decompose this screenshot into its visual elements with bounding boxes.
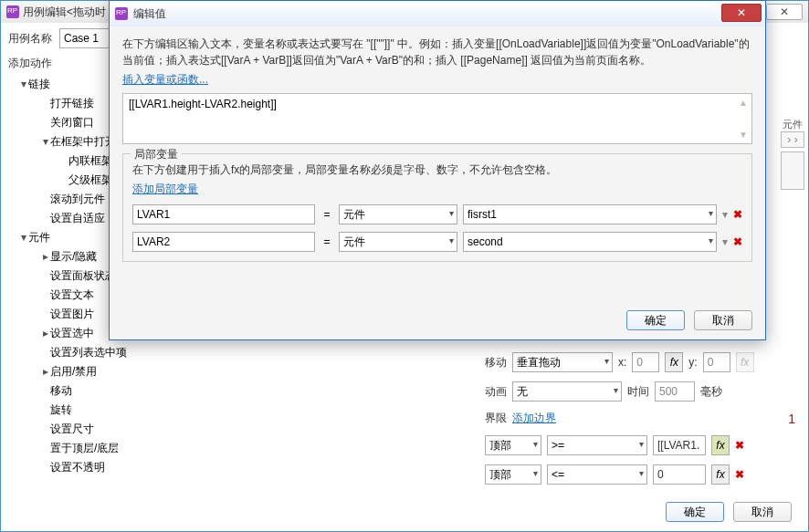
modal-ok-button[interactable]: 确定: [626, 310, 685, 330]
bound1-fx-button[interactable]: fx: [711, 435, 730, 455]
tree-item-label: 设置自适应: [50, 212, 105, 224]
ms-label: 毫秒: [700, 384, 722, 400]
tree-item-label: 设置列表选中项: [50, 346, 127, 359]
modal-title: 编辑值: [133, 6, 166, 22]
back-ok-button[interactable]: 确定: [666, 502, 724, 522]
local-var-row: = 元件 second ▾ ✖: [132, 232, 742, 252]
back-cancel-button[interactable]: 取消: [733, 502, 792, 522]
equals-sign: =: [320, 208, 333, 221]
tree-item-label: 设置面板状态: [50, 269, 116, 282]
back-window-close[interactable]: ✕: [766, 4, 803, 20]
local-vars-title: 局部变量: [131, 147, 182, 162]
tree-item[interactable]: 旋转: [8, 401, 196, 420]
time-input[interactable]: [655, 381, 695, 402]
tree-arrow-icon[interactable]: [41, 135, 50, 148]
x-fx-button[interactable]: fx: [665, 352, 683, 372]
var2-value-select[interactable]: second: [463, 232, 717, 252]
tree-arrow-icon[interactable]: [41, 327, 50, 339]
anim-label: 动画: [485, 384, 507, 400]
tree-item-label: 内联框架: [68, 154, 112, 167]
var2-type-select[interactable]: 元件: [339, 232, 457, 252]
equals-sign: =: [320, 235, 333, 248]
bound1-side-select[interactable]: 顶部: [485, 435, 541, 455]
tree-item[interactable]: 设置列表选中项: [8, 343, 196, 362]
tree-arrow-icon[interactable]: [19, 231, 28, 244]
move-type-select[interactable]: 垂直拖动: [512, 352, 613, 372]
modal-description: 在下方编辑区输入文本，变量名称或表达式要写在 "[[""]]" 中。例如：插入变…: [122, 36, 752, 68]
expression-textarea[interactable]: [[LVAR1.height-LVAR2.height]] ▲ ▼: [122, 93, 752, 144]
var1-type-select[interactable]: 元件: [339, 204, 457, 224]
y-fx-button[interactable]: fx: [736, 352, 754, 372]
var2-name-input[interactable]: [132, 232, 315, 252]
tree-item-label: 设置选中: [50, 327, 94, 339]
modal-cancel-button[interactable]: 取消: [694, 310, 752, 330]
tree-item-label: 启用/禁用: [50, 365, 97, 378]
tree-item-label: 旋转: [50, 403, 72, 416]
insert-var-link[interactable]: 插入变量或函数...: [122, 73, 208, 86]
tree-item-label: 移动: [50, 384, 72, 397]
tree-item-label: 链接: [28, 78, 50, 90]
modal-close-button[interactable]: ✕: [721, 4, 762, 22]
bound-label: 界限: [485, 411, 507, 426]
edit-value-dialog: 编辑值 ✕ 在下方编辑区输入文本，变量名称或表达式要写在 "[[""]]" 中。…: [109, 0, 766, 340]
tree-item-label: 设置不透明: [50, 461, 105, 474]
bound2-delete[interactable]: ✖: [735, 468, 744, 481]
y-label: y:: [688, 356, 697, 369]
local-vars-desc: 在下方创建用于插入fx的局部变量，局部变量名称必须是字母、数字，不允许包含空格。: [132, 162, 742, 178]
scroll-up-icon[interactable]: ▲: [739, 98, 748, 108]
add-boundary-link[interactable]: 添加边界: [512, 411, 556, 426]
edge-arrows-icon: › ›: [781, 131, 804, 148]
app-icon: [115, 7, 128, 20]
bound2-val-input[interactable]: [653, 464, 706, 485]
tree-item-label: 滚动到元件: [50, 193, 105, 205]
tree-arrow-icon[interactable]: [41, 365, 50, 378]
bound1-delete[interactable]: ✖: [735, 439, 744, 452]
move-label: 移动: [485, 355, 507, 370]
local-var-row: = 元件 fisrst1 ▾ ✖: [132, 204, 742, 224]
tree-item-label: 父级框架: [68, 173, 112, 186]
annotation-1: 1: [788, 412, 795, 426]
x-label: x:: [618, 356, 626, 369]
bound2-fx-button[interactable]: fx: [711, 464, 730, 485]
tree-item[interactable]: 启用/禁用: [8, 362, 196, 381]
tree-arrow-icon[interactable]: [19, 78, 28, 90]
tree-item-label: 元件: [28, 231, 50, 244]
var1-dropdown-icon[interactable]: ▾: [722, 208, 728, 221]
x-input[interactable]: [632, 352, 659, 372]
back-window-title: 用例编辑<拖动时: [23, 5, 106, 20]
var1-delete[interactable]: ✖: [733, 208, 742, 221]
scroll-down-icon[interactable]: ▼: [739, 130, 748, 140]
tree-item[interactable]: 置于顶层/底层: [8, 439, 196, 458]
modal-titlebar: 编辑值 ✕: [110, 1, 765, 26]
var1-name-input[interactable]: [132, 204, 315, 224]
tree-item-label: 设置图片: [50, 308, 94, 320]
move-config-panel: 移动 垂直拖动 x: fx y: fx 动画 无 时间 毫秒 界限 添加边界 1…: [485, 352, 795, 494]
tree-item-label: 置于顶层/底层: [50, 442, 119, 454]
bound1-val-input[interactable]: [653, 435, 706, 455]
expression-text: [[LVAR1.height-LVAR2.height]]: [129, 98, 277, 110]
var1-value-select[interactable]: fisrst1: [463, 204, 717, 224]
time-label: 时间: [627, 384, 649, 400]
tree-item[interactable]: 设置不透明: [8, 458, 196, 477]
tree-item-label: 在框架中打开: [50, 135, 116, 148]
var2-delete[interactable]: ✖: [733, 235, 742, 248]
var2-dropdown-icon[interactable]: ▾: [722, 235, 728, 248]
tree-arrow-icon[interactable]: [41, 250, 50, 263]
case-name-label: 用例名称: [8, 31, 52, 47]
tree-item[interactable]: 移动: [8, 381, 196, 401]
anim-select[interactable]: 无: [512, 381, 622, 402]
tree-item-label: 设置尺寸: [50, 422, 94, 435]
tree-item-label: 显示/隐藏: [50, 250, 97, 263]
y-input[interactable]: [703, 352, 730, 372]
edge-column: 元件 › ›: [781, 118, 804, 193]
local-vars-group: 局部变量 在下方创建用于插入fx的局部变量，局部变量名称必须是字母、数字，不允许…: [122, 153, 752, 262]
tree-item-label: 关闭窗口: [50, 116, 94, 129]
bound2-op-select[interactable]: <=: [547, 464, 647, 485]
bound2-side-select[interactable]: 顶部: [485, 464, 541, 485]
tree-item-label: 打开链接: [50, 97, 94, 110]
add-local-var-link[interactable]: 添加局部变量: [132, 183, 198, 195]
tree-item-label: 设置文本: [50, 288, 94, 301]
bound1-op-select[interactable]: >=: [547, 435, 647, 455]
tree-item[interactable]: 设置尺寸: [8, 420, 196, 439]
app-icon: [6, 5, 19, 18]
